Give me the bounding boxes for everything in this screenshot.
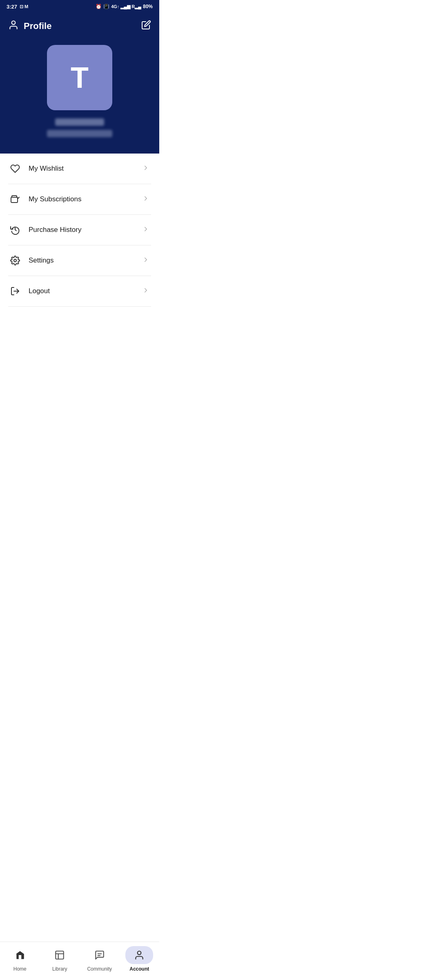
page-title: Profile [24,21,51,31]
settings-chevron [142,256,149,265]
alarm-icon: ⏰ [96,4,102,9]
edit-button[interactable] [141,20,151,32]
wishlist-chevron [142,164,149,174]
profile-icon [8,20,19,33]
header: Profile [0,13,159,41]
avatar: T [47,45,112,110]
subscriptions-label: My Subscriptions [29,195,81,203]
status-time: 3:27 [7,4,17,10]
menu-item-subscriptions[interactable]: My Subscriptions [8,184,151,215]
status-right-area: ⏰ 📳 4G↑ ▂▄▆ R▂▄ 80% [96,4,153,9]
svg-point-2 [14,259,16,262]
svg-rect-1 [11,197,18,203]
settings-label: Settings [29,256,53,265]
menu-item-wishlist[interactable]: My Wishlist [8,154,151,184]
purchase-history-chevron [142,225,149,235]
logout-label: Logout [29,287,50,295]
menu-section: My Wishlist My Subscriptions [0,154,159,347]
profile-email-blur [47,130,112,137]
status-time-area: 3:27 ⊡ M [7,4,28,10]
history-icon [10,225,20,235]
profile-section: T [0,41,159,154]
header-left: Profile [8,20,51,33]
vibrate-icon: 📳 [103,4,109,9]
heart-icon [10,163,20,174]
menu-item-logout[interactable]: Logout [8,276,151,307]
logout-chevron [142,287,149,296]
logout-icon [10,286,20,296]
menu-item-purchase-history[interactable]: Purchase History [8,215,151,245]
subscriptions-chevron [142,195,149,204]
purchase-history-label: Purchase History [29,226,81,234]
avatar-letter: T [71,61,89,94]
status-bar: 3:27 ⊡ M ⏰ 📳 4G↑ ▂▄▆ R▂▄ 80% [0,0,159,13]
svg-point-0 [12,21,16,24]
signal-icons: 4G↑ ▂▄▆ R▂▄ [111,4,141,9]
profile-name-blur [55,118,104,126]
battery-status: 80% [143,4,153,9]
settings-icon [10,255,20,266]
subscriptions-icon [10,194,20,205]
wishlist-label: My Wishlist [29,165,64,173]
menu-item-settings[interactable]: Settings [8,245,151,276]
status-icons: ⊡ M [20,4,28,9]
